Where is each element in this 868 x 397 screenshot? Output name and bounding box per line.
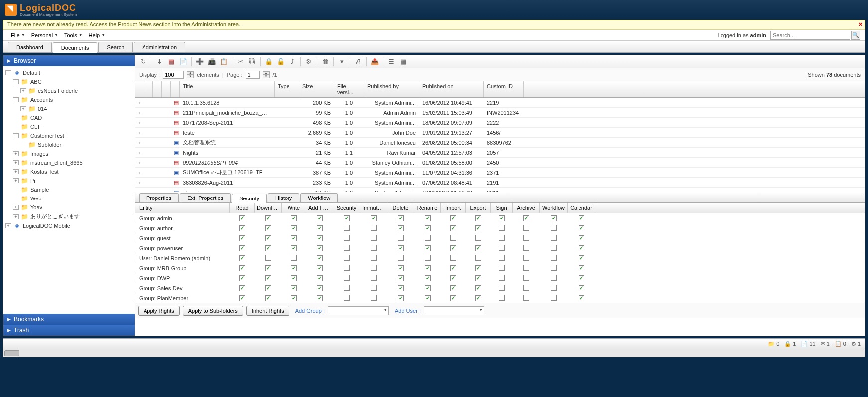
lock-icon[interactable]: 🔒: [264, 57, 274, 67]
list-view-icon[interactable]: ☰: [386, 57, 396, 67]
tree-toggle-icon[interactable]: +: [20, 88, 26, 93]
tree-node[interactable]: +📁instream_client_8665: [5, 158, 133, 167]
permission-checkbox[interactable]: [551, 255, 557, 261]
document-row[interactable]: ▫▣SUMOffice 카다로그 120619_TF387 KB1.0Syste…: [135, 168, 865, 178]
horizontal-scrollbar[interactable]: [3, 349, 865, 357]
tree-node[interactable]: +📁Images: [5, 149, 133, 158]
permission-checkbox[interactable]: [344, 285, 350, 291]
permission-checkbox[interactable]: [371, 235, 377, 241]
document-row[interactable]: ▫▤10717208-Sep-2011498 KB1.0System Admin…: [135, 118, 865, 128]
add-user-combo[interactable]: [424, 306, 484, 315]
security-col-header[interactable]: Calendar: [568, 203, 595, 213]
tab-documents[interactable]: Documents: [53, 42, 98, 53]
detail-tab-workflow[interactable]: Workflow: [300, 193, 338, 202]
security-col-header[interactable]: Read: [230, 203, 255, 213]
tab-search[interactable]: Search: [98, 42, 133, 52]
document-row[interactable]: ▫▤36303826-Aug-2011233 KB1.0System Admin…: [135, 178, 865, 188]
security-col-header[interactable]: Rename: [414, 203, 441, 213]
permission-checkbox[interactable]: [475, 255, 481, 261]
permission-checkbox[interactable]: ✓: [450, 285, 456, 291]
permission-checkbox[interactable]: ✓: [265, 275, 271, 281]
status-item[interactable]: ✉1: [821, 341, 830, 347]
grid-col-header[interactable]: Published by: [364, 81, 419, 97]
permission-checkbox[interactable]: ✓: [291, 225, 297, 231]
security-col-header[interactable]: Workflow: [540, 203, 568, 213]
document-row[interactable]: ▫▣Nights21 KB1.1Ravi Kumar04/05/2012 12:…: [135, 148, 865, 158]
page-spinner[interactable]: ▲▼: [263, 71, 270, 78]
permission-checkbox[interactable]: [523, 275, 529, 281]
permission-checkbox[interactable]: ✓: [450, 245, 456, 251]
document-row[interactable]: ▫▣文档管理系统34 KB1.0Daniel Ionescu26/08/2012…: [135, 138, 865, 148]
document-grid[interactable]: TitleTypeSizeFile versi...Published byPu…: [135, 81, 865, 192]
permission-checkbox[interactable]: ✓: [265, 225, 271, 231]
news-close-icon[interactable]: ✕: [858, 21, 863, 28]
permission-checkbox[interactable]: ✓: [579, 215, 584, 221]
grid-col-header[interactable]: [135, 81, 144, 97]
permission-checkbox[interactable]: [371, 225, 377, 231]
permission-checkbox[interactable]: ✓: [425, 285, 431, 291]
grid-col-header[interactable]: Published on: [419, 81, 484, 97]
permission-checkbox[interactable]: ✓: [344, 215, 350, 221]
permission-checkbox[interactable]: ✓: [265, 245, 271, 251]
permission-checkbox[interactable]: [265, 255, 271, 261]
permission-checkbox[interactable]: [523, 235, 529, 241]
permission-checkbox[interactable]: [523, 245, 529, 251]
permission-checkbox[interactable]: [499, 235, 505, 241]
document-row[interactable]: ▫▤09201231055SPT 00444 KB1.0Stanley Odhi…: [135, 158, 865, 168]
document-row[interactable]: ▫▤teste2,669 KB1.0John Doe19/01/2012 19:…: [135, 128, 865, 138]
permission-checkbox[interactable]: [371, 265, 377, 271]
permission-checkbox[interactable]: ✓: [579, 285, 584, 291]
permission-checkbox[interactable]: [344, 235, 350, 241]
display-count-input[interactable]: [163, 71, 184, 79]
permission-checkbox[interactable]: ✓: [239, 225, 245, 231]
permission-checkbox[interactable]: ✓: [317, 225, 323, 231]
permission-checkbox[interactable]: [344, 245, 350, 251]
grid-col-header[interactable]: [162, 81, 171, 97]
permission-checkbox[interactable]: ✓: [265, 215, 271, 221]
search-button[interactable]: 🔍: [851, 31, 860, 40]
filter-icon[interactable]: ▾: [337, 57, 347, 67]
permission-checkbox[interactable]: [371, 295, 377, 301]
permission-checkbox[interactable]: [398, 235, 404, 241]
permission-checkbox[interactable]: [344, 275, 350, 281]
permission-checkbox[interactable]: ✓: [450, 215, 456, 221]
tree-node[interactable]: -📁Accounts: [5, 95, 133, 104]
sidebar-trash-header[interactable]: ▶ Trash: [3, 325, 135, 336]
permission-checkbox[interactable]: [291, 255, 297, 261]
security-col-header[interactable]: Add Fol...: [306, 203, 333, 213]
tree-toggle-icon[interactable]: +: [13, 151, 19, 156]
tree-node[interactable]: 📁Sample: [5, 185, 133, 194]
tree-node[interactable]: +◈LogicalDOC Mobile: [5, 221, 133, 230]
permission-checkbox[interactable]: [499, 285, 505, 291]
tree-toggle-icon[interactable]: -: [13, 133, 19, 138]
permission-checkbox[interactable]: ✓: [317, 285, 323, 291]
security-row[interactable]: Group: PlanMember✓✓✓✓✓✓✓✓✓: [135, 293, 865, 303]
tree-node[interactable]: -📁ABC: [5, 77, 133, 86]
grid-col-header[interactable]: Type: [275, 81, 299, 97]
permission-checkbox[interactable]: ✓: [475, 295, 481, 301]
security-col-header[interactable]: Archive: [513, 203, 540, 213]
permission-checkbox[interactable]: [523, 225, 529, 231]
status-item[interactable]: 📋0: [835, 341, 846, 347]
permission-checkbox[interactable]: ✓: [265, 295, 271, 301]
menu-personal[interactable]: Personal▼: [28, 32, 61, 38]
permission-checkbox[interactable]: [551, 225, 557, 231]
permission-checkbox[interactable]: ✓: [425, 215, 431, 221]
menu-file[interactable]: File▼: [8, 32, 28, 38]
detail-tab-security[interactable]: Security: [232, 194, 267, 203]
security-col-header[interactable]: Export: [466, 203, 491, 213]
tree-node[interactable]: -📁CustomerTest: [5, 131, 133, 140]
permission-checkbox[interactable]: [551, 285, 557, 291]
permission-checkbox[interactable]: ✓: [579, 295, 584, 301]
tree-node[interactable]: +📁ありがとこぎいます: [5, 212, 133, 221]
apply-rights-button[interactable]: Apply Rights: [138, 306, 180, 316]
inherit-rights-button[interactable]: Inherit Rights: [246, 306, 289, 316]
permission-checkbox[interactable]: ✓: [317, 255, 323, 261]
cut-icon[interactable]: ✂: [235, 57, 245, 67]
tree-node[interactable]: 📁CAD: [5, 113, 133, 122]
grid-col-header[interactable]: File versi...: [334, 81, 364, 97]
permission-checkbox[interactable]: ✓: [450, 295, 456, 301]
display-spinner[interactable]: ▲▼: [187, 71, 194, 78]
permission-checkbox[interactable]: ✓: [239, 245, 245, 251]
permission-checkbox[interactable]: ✓: [425, 265, 431, 271]
